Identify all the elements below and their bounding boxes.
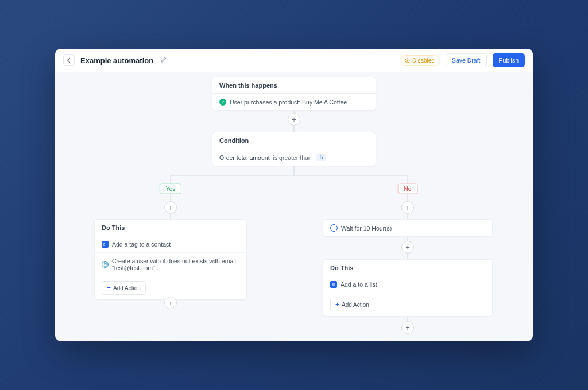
publish-button[interactable]: Publish (493, 53, 525, 67)
page-title: Example automation (80, 56, 153, 65)
topbar: Example automation Disabled Save Draft P… (55, 49, 533, 72)
clock-icon (330, 224, 338, 232)
check-circle-icon: ✓ (219, 99, 226, 106)
add-after-yes-button[interactable]: + (164, 297, 177, 309)
condition-row[interactable]: Order total amount is greater than 5 (212, 149, 376, 166)
yes-do-this-title: Do This (95, 220, 246, 236)
automation-editor-window: Example automation Disabled Save Draft P… (55, 49, 533, 341)
no-do-this-node[interactable]: Do This ≡ Add a to a list + Add Action (323, 259, 493, 317)
wait-row[interactable]: Wait for 10 Hour(s) (323, 220, 492, 236)
trigger-row[interactable]: ✓ User purchases a product: Buy Me A Cof… (212, 94, 376, 110)
pencil-icon (160, 56, 167, 63)
trigger-title: When this happens (212, 77, 376, 94)
add-after-trigger-button[interactable]: + (288, 113, 300, 126)
yes-add-action-button[interactable]: + Add Action (102, 281, 146, 295)
add-after-no-button[interactable]: + (401, 321, 414, 334)
branch-no-label: No (398, 184, 418, 194)
wordpress-icon: ⓦ (102, 261, 109, 268)
yes-action-1[interactable]: 🏷 Add a tag to a contact (95, 236, 246, 253)
trigger-node[interactable]: When this happens ✓ User purchases a pro… (212, 77, 376, 111)
flow-canvas[interactable]: When this happens ✓ User purchases a pro… (55, 72, 533, 341)
plus-icon: + (107, 284, 111, 292)
svg-point-2 (407, 61, 408, 61)
no-add-action-button[interactable]: + Add Action (330, 298, 374, 311)
yes-action-2[interactable]: ⓦ Create a user with if does not exists … (95, 253, 246, 276)
chevron-left-icon (66, 57, 72, 63)
status-badge[interactable]: Disabled (400, 55, 440, 66)
condition-node[interactable]: Condition Order total amount is greater … (212, 132, 376, 166)
add-yes-button[interactable]: + (164, 201, 177, 214)
tag-icon: 🏷 (102, 241, 109, 248)
back-button[interactable] (63, 54, 75, 66)
no-action-1[interactable]: ≡ Add a to a list (323, 276, 492, 293)
save-draft-button[interactable]: Save Draft (446, 53, 487, 67)
list-icon: ≡ (330, 281, 337, 288)
add-no-button[interactable]: + (401, 201, 414, 214)
plus-icon: + (335, 301, 339, 309)
add-after-wait-button[interactable]: + (401, 241, 414, 253)
no-do-this-title: Do This (323, 260, 492, 276)
condition-title: Condition (212, 132, 376, 149)
edit-title-button[interactable] (160, 56, 167, 65)
wait-node[interactable]: Wait for 10 Hour(s) (323, 219, 493, 237)
yes-do-this-node[interactable]: Do This 🏷 Add a tag to a contact ⓦ Creat… (94, 219, 247, 300)
warning-icon (405, 58, 410, 63)
branch-yes-label: Yes (160, 184, 181, 194)
